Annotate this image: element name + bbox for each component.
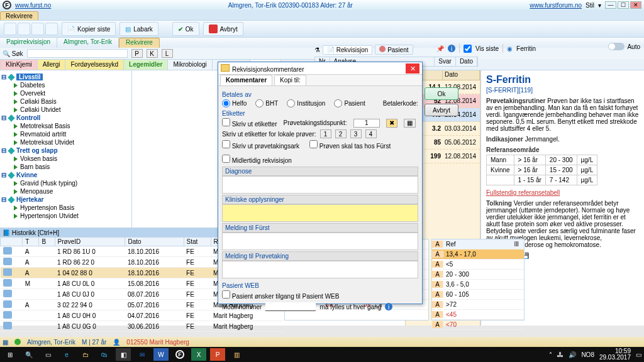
category-tab-klinkjemi[interactable]: KlinKjemi [0,59,38,70]
excel-icon[interactable]: X [191,348,206,361]
ref-row[interactable]: A<45 [432,310,524,320]
tree-group[interactable]: ⊟Trett og slapp [1,146,130,155]
avbryt-button[interactable]: Avbryt [203,22,243,36]
dialog-tab-kommentarer[interactable]: Kommentarer [220,75,272,85]
auto-toggle[interactable] [608,43,625,50]
melding-furst-textarea[interactable] [222,233,418,250]
filter-k[interactable]: K [147,49,158,58]
app-icon-2[interactable]: ▥ [229,348,244,361]
store-icon[interactable]: 🛍 [97,348,112,361]
subtab-patient[interactable]: Almgren, Tor-Erik [57,38,119,48]
toolbar-icon-4[interactable] [45,23,58,35]
pasientweb-check[interactable]: Pasient ønsker tilgang til Pasient WEB [222,293,339,300]
filter-p[interactable]: P [131,49,143,58]
tidspunkt-calendar[interactable]: ▦ [404,119,416,128]
tree-item[interactable]: Barn basis [1,163,130,171]
skriv-ut-etiketter-check[interactable]: Skriv ut etiketter [222,118,277,128]
search-icon[interactable]: 🔍 [21,348,36,361]
lokale-3[interactable]: 3 [350,129,362,138]
tab-pasient[interactable]: Pasient [375,45,413,55]
tree-item[interactable]: Hypertensjon Basis [1,204,130,212]
dialog-avbryt-button[interactable]: Avbryt [425,104,458,116]
search-input[interactable] [27,49,128,58]
kopier-siste-button[interactable]: 📄Kopier siste [62,22,116,36]
category-tab-fordøyelsessykd[interactable]: Fordøyelsessykd [65,59,124,70]
info-icon[interactable]: i [385,303,392,310]
window-minimize[interactable]: — [605,1,616,9]
melding-prove-textarea[interactable] [222,261,418,278]
reference-column[interactable]: ARefIll A13,4 - 17,0A<5A20 - 300A3,6 - 5… [431,239,525,321]
tree-item[interactable]: Cøliaki Utvidet [1,106,130,114]
word-icon[interactable]: W [153,348,169,361]
url-link[interactable]: www.furst.no [15,2,51,9]
dialog-close-button[interactable]: ✕ [406,63,419,74]
tree-item[interactable]: Cøliaki Basis [1,97,130,106]
forum-link[interactable]: www.furstforum.no [530,2,582,9]
ref-row[interactable]: A3,6 - 5,0 [432,280,524,290]
tree-item[interactable]: Gravid (Husk typing) [1,179,130,187]
toolbar-icon-2[interactable] [18,23,30,35]
powerpoint-icon[interactable]: P [210,348,225,361]
info-icon[interactable]: i [448,45,455,52]
outlook-icon[interactable]: ✉ [135,348,150,361]
app-icon-1[interactable]: ◧ [116,348,131,361]
tray-network-icon[interactable]: 🖧 [557,351,564,358]
ok-button[interactable]: ✔Ok [172,22,199,36]
window-maximize[interactable]: ☐ [618,1,629,9]
category-tab-allergi[interactable]: Allergi [37,59,66,70]
dialog-ok-button[interactable]: Ok [425,87,458,100]
mobil-input[interactable] [265,302,316,311]
ref-row[interactable]: A<5 [432,260,524,270]
midlertidig-check[interactable]: Midlertidig rekvisisjon [222,157,292,164]
tidspunkt-input[interactable] [353,119,380,128]
doc-tab-rekvirere[interactable]: Rekvirere [0,11,38,20]
task-view-icon[interactable]: ▭ [40,348,55,361]
ref-row[interactable]: A60 - 105 [432,290,524,300]
hist-row[interactable]: 1 A8 CU 0G 030.06.2016FEMarit Hagberg [1,321,283,332]
ref-row[interactable]: A>72 [432,300,524,310]
ref-row[interactable]: A20 - 300 [432,270,524,280]
category-tab-mikrobiologi[interactable]: Mikrobiologi [167,59,212,70]
notification-icon[interactable]: ▭ [636,351,641,358]
tree-item[interactable]: Menopause [1,187,130,195]
skriv-ark-check[interactable]: Skriv ut prøvetakingsark [222,140,299,150]
tree-item[interactable]: Hypertensjon Utvidet [1,212,130,220]
tab-rekvisisjon[interactable]: 📄 Rekvisisjon [323,45,372,55]
tree-item[interactable]: Overvekt [1,89,130,97]
lokale-1[interactable]: 1 [320,129,331,138]
filter-l[interactable]: L [162,49,173,58]
radio-helfo[interactable]: Helfo [222,99,247,107]
tree-item[interactable]: Revmatoid artritt [1,130,130,138]
tree-item[interactable]: Voksen basis [1,155,130,163]
tree-group[interactable]: ⊟Livsstil [1,73,130,81]
full-reference-link[interactable]: Fullstendig referansetabell [486,189,560,196]
tray-volume-icon[interactable]: 🔊 [569,351,576,358]
kliniske-textarea[interactable] [222,204,418,222]
tree-group[interactable]: ⊟Kontroll [1,114,130,122]
style-dropdown[interactable]: Stil [586,2,594,9]
tray-lang[interactable]: NO8 [581,351,594,358]
toolbar-icon-1[interactable] [4,23,16,35]
explorer-icon[interactable]: 🗀 [78,348,93,361]
hos-furst-check[interactable]: Prøven skal tas hos Fürst [309,140,391,150]
subtab-rekvirere[interactable]: Rekvirere [119,38,160,48]
diagnose-textarea[interactable] [222,176,418,194]
start-button[interactable]: ⊞ [3,348,18,361]
ref-row[interactable]: A13,4 - 17,0 [432,250,524,260]
window-close[interactable]: ✕ [630,1,641,9]
lokale-4[interactable]: 4 [365,129,377,138]
toolbar-icon-3[interactable] [31,23,44,35]
radio-institusjon[interactable]: Institusjon [287,99,325,107]
vis-siste-check[interactable] [464,45,472,53]
lokale-2[interactable]: 2 [335,129,347,138]
radio-bht[interactable]: BHT [255,99,278,107]
labark-button[interactable]: ▤Labark [119,22,158,36]
tree-item[interactable]: Metotreksat Utvidet [1,138,130,146]
tree-item[interactable]: Diabetes [1,81,130,89]
radio-pasient[interactable]: Pasient [334,99,365,107]
furst-icon[interactable]: F [172,348,187,361]
tree-group[interactable]: ⊟Hjertekar [1,195,130,204]
dialog-tab-kopi[interactable]: Kopi til: [274,75,306,85]
tree-item[interactable]: Metotreksat Basis [1,122,130,130]
subtab-papir[interactable]: Papirrekvisisjon [0,38,57,48]
